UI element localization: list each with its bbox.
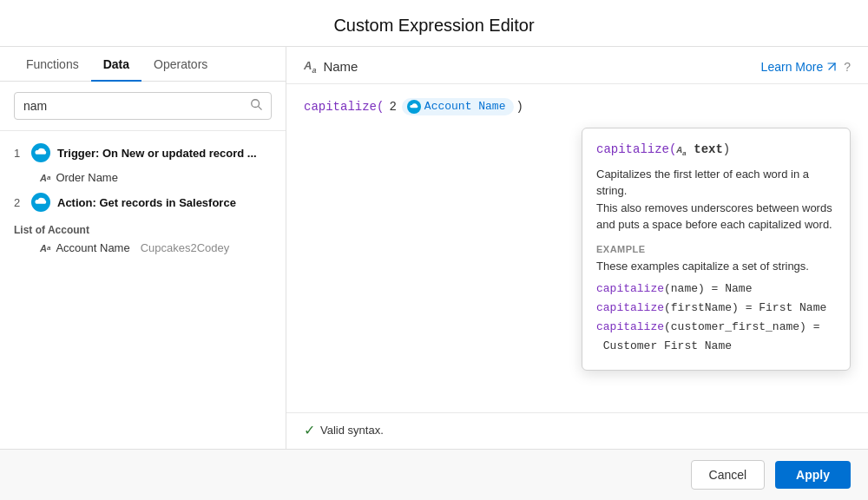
tooltip-example-label: EXAMPLE <box>596 244 836 254</box>
tooltip-example-desc: These examples capitalize a set of strin… <box>596 260 836 273</box>
item-2-label: Action: Get records in Salesforce <box>57 196 236 209</box>
help-icon[interactable]: ? <box>844 60 851 74</box>
account-name-label: Account Name <box>56 241 129 254</box>
expression-line: capitalize( 2 Account Name ) <box>304 98 851 115</box>
aa-icon-account: Aa <box>40 243 50 253</box>
sub-item-account-name[interactable]: Aa Account Name Cupcakes2Codey <box>0 238 286 258</box>
editor-name-label: Name <box>323 59 358 74</box>
check-icon: ✓ <box>304 422 315 438</box>
svg-line-1 <box>259 107 262 110</box>
expr-num: 2 <box>389 100 396 114</box>
list-item-2[interactable]: 2 Action: Get records in Salesforce <box>0 188 286 217</box>
learn-more-link[interactable]: Learn More <box>761 60 838 74</box>
modal-header: Custom Expression Editor <box>0 0 868 47</box>
tab-operators[interactable]: Operators <box>141 47 220 82</box>
list-item-1[interactable]: 1 Trigger: On New or updated record ... <box>0 138 286 168</box>
apply-button[interactable]: Apply <box>775 461 851 489</box>
order-name-label: Order Name <box>56 171 118 184</box>
section-header-account: List of Account <box>0 217 286 238</box>
expr-close-paren: ) <box>516 100 523 114</box>
tooltip-param-name: text <box>687 142 723 156</box>
expr-pill[interactable]: Account Name <box>402 98 515 115</box>
modal-body: Functions Data Operators <box>0 47 868 449</box>
modal-title: Custom Expression Editor <box>333 16 534 35</box>
valid-syntax: ✓ Valid syntax. <box>286 412 868 449</box>
tabs: Functions Data Operators <box>0 47 286 82</box>
search-box <box>0 82 286 131</box>
account-name-value: Cupcakes2Codey <box>141 241 230 254</box>
left-list: 1 Trigger: On New or updated record ... … <box>0 131 286 449</box>
modal-footer: Cancel Apply <box>0 449 868 500</box>
pill-sf-logo <box>407 100 421 114</box>
func-tooltip: capitalize(Aa text) Capitalizes the firs… <box>582 128 851 372</box>
tab-data[interactable]: Data <box>91 47 141 82</box>
item-1-label: Trigger: On New or updated record ... <box>57 147 257 160</box>
editor-area[interactable]: capitalize( 2 Account Name ) capitalize(… <box>286 84 868 412</box>
modal: Custom Expression Editor Functions Data … <box>0 0 868 500</box>
tooltip-aa-icon: Aa <box>676 145 686 155</box>
aa-icon-order: Aa <box>40 173 50 183</box>
sub-item-order-name[interactable]: Aa Order Name <box>0 168 286 188</box>
editor-header: Aa Name Learn More ? <box>286 47 868 84</box>
external-link-icon <box>826 62 837 72</box>
cancel-button[interactable]: Cancel <box>691 460 766 490</box>
sf-logo-2 <box>31 193 50 212</box>
valid-syntax-text: Valid syntax. <box>320 424 384 437</box>
search-icon <box>250 98 262 114</box>
tooltip-close-paren: ) <box>723 142 730 156</box>
pill-label: Account Name <box>424 100 506 113</box>
editor-name: Aa Name <box>304 59 358 75</box>
search-input-wrap[interactable] <box>14 92 272 120</box>
item-2-num: 2 <box>14 196 24 209</box>
sf-logo-1 <box>31 143 50 162</box>
item-1-num: 1 <box>14 147 24 160</box>
search-input[interactable] <box>23 99 250 113</box>
tab-functions[interactable]: Functions <box>14 47 91 82</box>
left-panel: Functions Data Operators <box>0 47 286 449</box>
right-panel: Aa Name Learn More ? c <box>286 47 868 449</box>
tooltip-title: capitalize(Aa text) <box>596 142 836 157</box>
tooltip-examples: capitalize(name) = Name capitalize(first… <box>596 280 836 356</box>
tooltip-func-name: capitalize( <box>596 142 676 156</box>
name-aa-icon: Aa <box>304 59 316 75</box>
learn-more-text: Learn More <box>761 60 824 74</box>
expr-func: capitalize( <box>304 100 384 114</box>
tooltip-desc: Capitalizes the first letter of each wor… <box>596 166 836 234</box>
